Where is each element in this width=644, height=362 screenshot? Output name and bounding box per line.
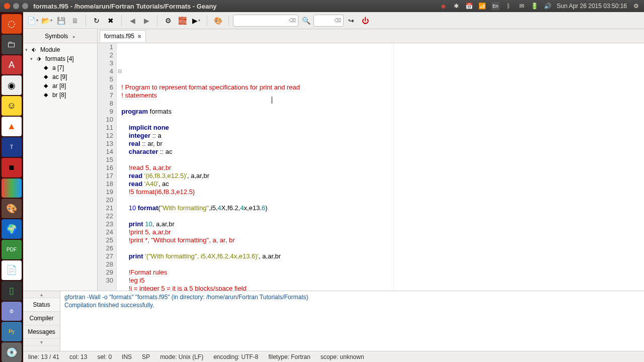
clear-icon[interactable]: ⌫ — [334, 18, 341, 23]
search-field[interactable] — [235, 17, 288, 24]
maximize-icon[interactable] — [22, 3, 28, 9]
earth-icon[interactable]: 🌍 — [2, 219, 22, 239]
status-filetype: filetype: Fortran — [269, 353, 310, 360]
close-icon[interactable] — [4, 3, 10, 9]
vlc-icon[interactable]: ▲ — [2, 117, 22, 136]
message-line: Compilation finished successfully. — [64, 301, 640, 309]
forward-button[interactable]: ▶ — [140, 14, 153, 27]
calendar-icon[interactable]: 📅 — [465, 2, 473, 10]
scroll-down-icon[interactable]: ▾ — [23, 339, 60, 346]
save-button[interactable]: 💾 — [54, 14, 67, 27]
system-tray: ◉ ✱ 📅 📶 En ᛒ ✉ 🔋 🔊 Sun Apr 26 2015 03:50… — [439, 2, 640, 10]
status-tab[interactable]: Status — [23, 298, 60, 312]
goto-field[interactable] — [316, 17, 333, 24]
php-icon[interactable]: Φ — [2, 302, 22, 321]
launcher: ◌ 🗀 A ◉ ☺ ▲ T ■ 🎨 🌍 PDF 📄 ▯ Φ Py 💽 — [0, 12, 23, 362]
minimize-icon[interactable] — [13, 3, 19, 9]
clock[interactable]: Sun Apr 26 2015 03:50:16 — [557, 3, 627, 10]
tree-item[interactable]: ◆ ar [8] — [23, 81, 97, 90]
goto-button[interactable]: ↪ — [345, 14, 358, 27]
message-line: gfortran -Wall -o "formats" "formats.f95… — [64, 293, 640, 301]
toolbar: 📄▾ 📂▾ 💾 🗎 ↻ ✖ ◀ ▶ ⚙ 🧱 ▶▾ 🎨 ⌫ 🔍 ⌫ ↪ ⏻ — [23, 12, 644, 29]
compiler-tab[interactable]: Compiler — [23, 312, 60, 325]
expand-icon[interactable]: ▾ — [25, 47, 30, 52]
keyboard-icon[interactable]: En — [492, 2, 500, 10]
separator — [157, 15, 157, 26]
status-encoding: encoding: UTF-8 — [213, 353, 258, 360]
fold-icon[interactable]: ⊟ — [118, 67, 122, 75]
messages-tab[interactable]: Messages — [23, 325, 60, 339]
indicator-icon[interactable]: ✱ — [452, 2, 460, 10]
color-button[interactable]: 🎨 — [211, 14, 224, 27]
pdf-icon[interactable]: PDF — [2, 240, 22, 259]
record-icon[interactable]: ◉ — [439, 2, 447, 10]
sidebar: Symbols ▸ ▾ ⬖ Module ▾ ⬗ formats [4] ◆ — [23, 29, 98, 291]
quit-button[interactable]: ⏻ — [359, 14, 372, 27]
tree-item[interactable]: ◆ br [8] — [23, 90, 97, 100]
bluetooth-icon[interactable]: ᛒ — [505, 2, 513, 10]
build-button[interactable]: 🧱 — [176, 14, 189, 27]
terminal-icon[interactable]: ▯ — [2, 281, 22, 301]
tree-formats[interactable]: ▾ ⬗ formats [4] — [23, 54, 97, 63]
app-icon[interactable]: ■ — [2, 158, 22, 177]
gear-icon[interactable]: ⚙ — [632, 2, 640, 10]
app-icon[interactable]: A — [2, 55, 22, 75]
new-button[interactable]: 📄▾ — [26, 14, 39, 27]
gimp-icon[interactable]: 🎨 — [2, 199, 22, 218]
tab-label: Symbols — [45, 33, 68, 40]
file-tab[interactable]: formats.f95 ✖ — [100, 30, 146, 42]
dash-icon[interactable]: ◌ — [2, 14, 22, 34]
var-icon: ◆ — [44, 64, 51, 71]
status-ins: INS — [122, 353, 132, 360]
close-button[interactable]: ✖ — [104, 14, 117, 27]
mail-icon[interactable]: ✉ — [518, 2, 526, 10]
status-bar: line: 13 / 41 col: 13 sel: 0 INS SP mode… — [23, 351, 644, 362]
reload-button[interactable]: ↻ — [90, 14, 103, 27]
separator — [228, 15, 229, 26]
close-tab-icon[interactable]: ✖ — [137, 34, 141, 39]
bottom-panel: ▴ Status Compiler Messages ▾ gfortran -W… — [23, 291, 644, 351]
var-icon: ◆ — [44, 82, 51, 89]
compile-button[interactable]: ⚙ — [162, 14, 175, 27]
open-button[interactable]: 📂▾ — [40, 14, 53, 27]
python-icon[interactable]: Py — [2, 322, 22, 341]
chevron-right-icon[interactable]: ▸ — [73, 34, 75, 39]
volume-icon[interactable]: 🔊 — [544, 2, 552, 10]
tex-icon[interactable]: T — [2, 137, 22, 157]
battery-icon[interactable]: 🔋 — [531, 2, 539, 10]
tree-label: br [8] — [52, 92, 66, 99]
expand-icon[interactable]: ▾ — [30, 56, 35, 61]
message-area: gfortran -Wall -o "formats" "formats.f95… — [60, 291, 644, 351]
chrome-icon[interactable]: ◉ — [2, 75, 22, 95]
search-button[interactable]: 🔍 — [299, 14, 312, 27]
goto-input[interactable]: ⌫ — [313, 15, 344, 27]
wifi-icon[interactable]: 📶 — [478, 2, 487, 10]
tree-label: ar [8] — [52, 82, 66, 89]
back-button[interactable]: ◀ — [126, 14, 139, 27]
status-sp: SP — [142, 353, 150, 360]
code-text[interactable]: ⊟ ! Program to represent format specific… — [117, 43, 644, 291]
var-icon: ◆ — [44, 73, 51, 80]
main-area: 📄▾ 📂▾ 💾 🗎 ↻ ✖ ◀ ▶ ⚙ 🧱 ▶▾ 🎨 ⌫ 🔍 ⌫ ↪ ⏻ — [23, 12, 644, 362]
search-input[interactable]: ⌫ — [233, 15, 298, 27]
symbols-tab[interactable]: Symbols ▸ — [23, 30, 97, 42]
app-icon[interactable] — [2, 178, 22, 198]
tree-label: ac [9] — [52, 73, 67, 80]
text-cursor — [272, 97, 272, 104]
disk-icon[interactable]: 💽 — [2, 342, 22, 362]
execute-button[interactable]: ▶▾ — [190, 14, 203, 27]
status-scope: scope: unknown — [320, 353, 364, 360]
program-icon: ⬗ — [37, 55, 44, 62]
libreoffice-icon[interactable]: 📄 — [2, 260, 22, 280]
module-icon: ⬖ — [32, 46, 39, 53]
separator — [207, 15, 207, 26]
clear-icon[interactable]: ⌫ — [289, 18, 296, 23]
tree-item[interactable]: ◆ ac [9] — [23, 72, 97, 81]
app-icon[interactable]: ☺ — [2, 96, 22, 116]
tree-module[interactable]: ▾ ⬖ Module — [23, 45, 97, 54]
scroll-up-icon[interactable]: ▴ — [23, 291, 60, 298]
tree-item[interactable]: ◆ a [7] — [23, 63, 97, 72]
files-icon[interactable]: 🗀 — [2, 35, 22, 54]
code-area[interactable]: 1234567891011121314151617181920212223242… — [98, 43, 644, 291]
save-all-button[interactable]: 🗎 — [68, 14, 82, 27]
